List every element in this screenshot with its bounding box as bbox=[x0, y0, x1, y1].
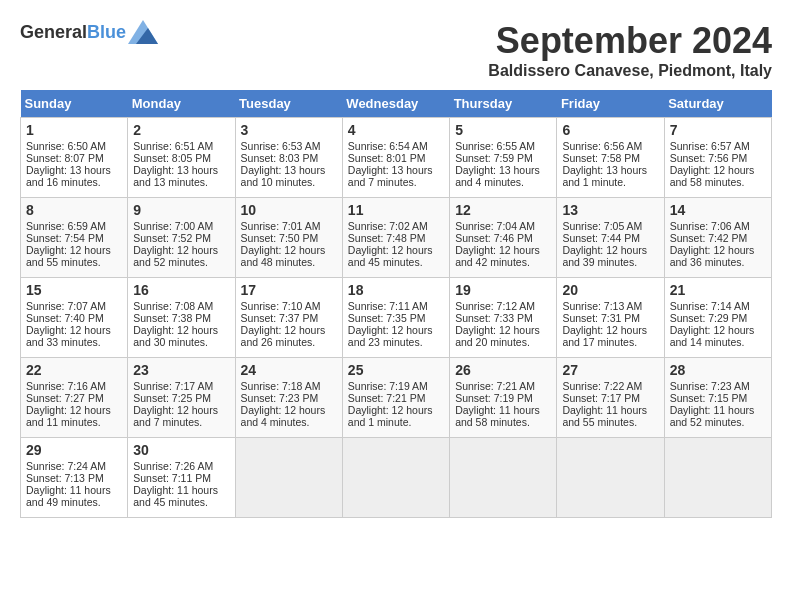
day-cell-17: 17 Sunrise: 7:10 AMSunset: 7:37 PMDaylig… bbox=[235, 278, 342, 358]
day-cell-11: 11 Sunrise: 7:02 AMSunset: 7:48 PMDaylig… bbox=[342, 198, 449, 278]
day-number: 9 bbox=[133, 202, 229, 218]
day-cell-25: 25 Sunrise: 7:19 AMSunset: 7:21 PMDaylig… bbox=[342, 358, 449, 438]
day-number: 3 bbox=[241, 122, 337, 138]
day-cell-23: 23 Sunrise: 7:17 AMSunset: 7:25 PMDaylig… bbox=[128, 358, 235, 438]
calendar-table: Sunday Monday Tuesday Wednesday Thursday… bbox=[20, 90, 772, 518]
empty-cell bbox=[450, 438, 557, 518]
day-cell-29: 29 Sunrise: 7:24 AMSunset: 7:13 PMDaylig… bbox=[21, 438, 128, 518]
day-number: 28 bbox=[670, 362, 766, 378]
day-number: 5 bbox=[455, 122, 551, 138]
empty-cell bbox=[557, 438, 664, 518]
location-title: Baldissero Canavese, Piedmont, Italy bbox=[488, 62, 772, 80]
logo: GeneralBlue bbox=[20, 20, 158, 44]
day-number: 22 bbox=[26, 362, 122, 378]
day-cell-21: 21 Sunrise: 7:14 AMSunset: 7:29 PMDaylig… bbox=[664, 278, 771, 358]
day-cell-1: 1 Sunrise: 6:50 AMSunset: 8:07 PMDayligh… bbox=[21, 118, 128, 198]
day-number: 16 bbox=[133, 282, 229, 298]
day-number: 24 bbox=[241, 362, 337, 378]
empty-cell bbox=[342, 438, 449, 518]
day-cell-26: 26 Sunrise: 7:21 AMSunset: 7:19 PMDaylig… bbox=[450, 358, 557, 438]
logo-general: General bbox=[20, 22, 87, 42]
day-cell-10: 10 Sunrise: 7:01 AMSunset: 7:50 PMDaylig… bbox=[235, 198, 342, 278]
day-number: 17 bbox=[241, 282, 337, 298]
col-saturday: Saturday bbox=[664, 90, 771, 118]
header: GeneralBlue September 2024 Baldissero Ca… bbox=[20, 20, 772, 80]
day-number: 14 bbox=[670, 202, 766, 218]
week-row-4: 22 Sunrise: 7:16 AMSunset: 7:27 PMDaylig… bbox=[21, 358, 772, 438]
day-cell-24: 24 Sunrise: 7:18 AMSunset: 7:23 PMDaylig… bbox=[235, 358, 342, 438]
day-number: 4 bbox=[348, 122, 444, 138]
day-cell-30: 30 Sunrise: 7:26 AMSunset: 7:11 PMDaylig… bbox=[128, 438, 235, 518]
col-monday: Monday bbox=[128, 90, 235, 118]
day-cell-7: 7 Sunrise: 6:57 AMSunset: 7:56 PMDayligh… bbox=[664, 118, 771, 198]
day-cell-4: 4 Sunrise: 6:54 AMSunset: 8:01 PMDayligh… bbox=[342, 118, 449, 198]
col-wednesday: Wednesday bbox=[342, 90, 449, 118]
day-number: 19 bbox=[455, 282, 551, 298]
empty-cell bbox=[235, 438, 342, 518]
day-number: 12 bbox=[455, 202, 551, 218]
day-number: 20 bbox=[562, 282, 658, 298]
day-cell-18: 18 Sunrise: 7:11 AMSunset: 7:35 PMDaylig… bbox=[342, 278, 449, 358]
day-number: 13 bbox=[562, 202, 658, 218]
day-number: 1 bbox=[26, 122, 122, 138]
day-number: 30 bbox=[133, 442, 229, 458]
day-number: 29 bbox=[26, 442, 122, 458]
day-cell-16: 16 Sunrise: 7:08 AMSunset: 7:38 PMDaylig… bbox=[128, 278, 235, 358]
week-row-3: 15 Sunrise: 7:07 AMSunset: 7:40 PMDaylig… bbox=[21, 278, 772, 358]
day-cell-9: 9 Sunrise: 7:00 AMSunset: 7:52 PMDayligh… bbox=[128, 198, 235, 278]
day-number: 8 bbox=[26, 202, 122, 218]
day-number: 6 bbox=[562, 122, 658, 138]
day-number: 18 bbox=[348, 282, 444, 298]
day-cell-2: 2 Sunrise: 6:51 AMSunset: 8:05 PMDayligh… bbox=[128, 118, 235, 198]
day-number: 21 bbox=[670, 282, 766, 298]
day-cell-12: 12 Sunrise: 7:04 AMSunset: 7:46 PMDaylig… bbox=[450, 198, 557, 278]
day-cell-13: 13 Sunrise: 7:05 AMSunset: 7:44 PMDaylig… bbox=[557, 198, 664, 278]
day-cell-3: 3 Sunrise: 6:53 AMSunset: 8:03 PMDayligh… bbox=[235, 118, 342, 198]
week-row-1: 1 Sunrise: 6:50 AMSunset: 8:07 PMDayligh… bbox=[21, 118, 772, 198]
day-cell-22: 22 Sunrise: 7:16 AMSunset: 7:27 PMDaylig… bbox=[21, 358, 128, 438]
day-cell-15: 15 Sunrise: 7:07 AMSunset: 7:40 PMDaylig… bbox=[21, 278, 128, 358]
day-number: 23 bbox=[133, 362, 229, 378]
title-area: September 2024 Baldissero Canavese, Pied… bbox=[488, 20, 772, 80]
day-number: 15 bbox=[26, 282, 122, 298]
day-number: 11 bbox=[348, 202, 444, 218]
day-number: 27 bbox=[562, 362, 658, 378]
col-tuesday: Tuesday bbox=[235, 90, 342, 118]
col-thursday: Thursday bbox=[450, 90, 557, 118]
logo-icon bbox=[128, 20, 158, 44]
week-row-2: 8 Sunrise: 6:59 AMSunset: 7:54 PMDayligh… bbox=[21, 198, 772, 278]
logo-blue: Blue bbox=[87, 22, 126, 42]
week-row-5: 29 Sunrise: 7:24 AMSunset: 7:13 PMDaylig… bbox=[21, 438, 772, 518]
month-title: September 2024 bbox=[488, 20, 772, 62]
day-cell-19: 19 Sunrise: 7:12 AMSunset: 7:33 PMDaylig… bbox=[450, 278, 557, 358]
day-cell-28: 28 Sunrise: 7:23 AMSunset: 7:15 PMDaylig… bbox=[664, 358, 771, 438]
col-friday: Friday bbox=[557, 90, 664, 118]
empty-cell bbox=[664, 438, 771, 518]
col-sunday: Sunday bbox=[21, 90, 128, 118]
day-cell-5: 5 Sunrise: 6:55 AMSunset: 7:59 PMDayligh… bbox=[450, 118, 557, 198]
day-cell-6: 6 Sunrise: 6:56 AMSunset: 7:58 PMDayligh… bbox=[557, 118, 664, 198]
day-number: 25 bbox=[348, 362, 444, 378]
day-number: 10 bbox=[241, 202, 337, 218]
day-number: 26 bbox=[455, 362, 551, 378]
day-cell-27: 27 Sunrise: 7:22 AMSunset: 7:17 PMDaylig… bbox=[557, 358, 664, 438]
header-row: Sunday Monday Tuesday Wednesday Thursday… bbox=[21, 90, 772, 118]
day-cell-8: 8 Sunrise: 6:59 AMSunset: 7:54 PMDayligh… bbox=[21, 198, 128, 278]
day-cell-14: 14 Sunrise: 7:06 AMSunset: 7:42 PMDaylig… bbox=[664, 198, 771, 278]
day-number: 7 bbox=[670, 122, 766, 138]
day-cell-20: 20 Sunrise: 7:13 AMSunset: 7:31 PMDaylig… bbox=[557, 278, 664, 358]
day-number: 2 bbox=[133, 122, 229, 138]
